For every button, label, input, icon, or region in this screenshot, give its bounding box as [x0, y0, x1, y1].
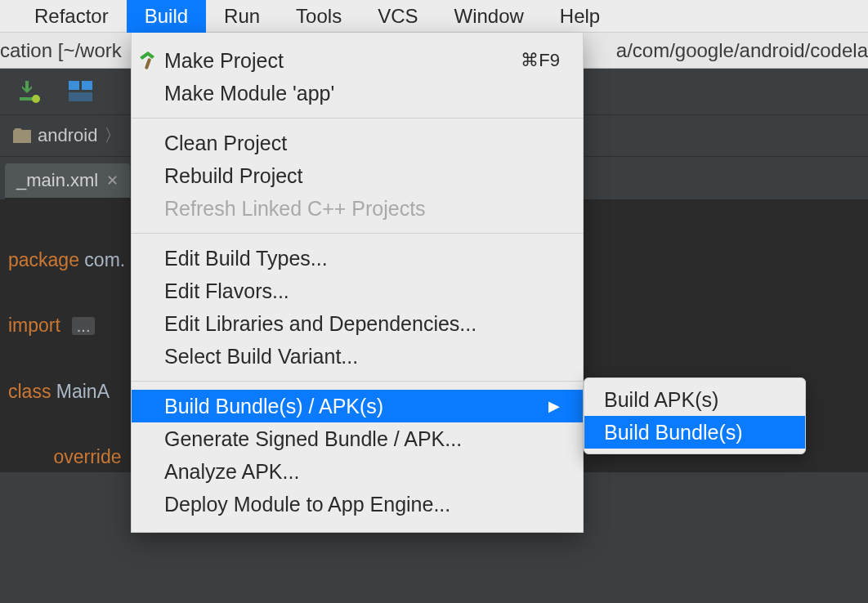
- submenu-build-apks[interactable]: Build APK(s): [584, 383, 805, 416]
- menu-deploy-app-engine[interactable]: Deploy Module to App Engine...: [132, 488, 583, 520]
- submenu-build-bundles[interactable]: Build Bundle(s): [584, 416, 805, 449]
- build-menu-dropdown: Make Project ⌘F9 Make Module 'app' Clean…: [131, 33, 584, 533]
- build-bundle-submenu: Build APK(s) Build Bundle(s): [584, 377, 806, 454]
- menu-rebuild-project[interactable]: Rebuild Project: [132, 159, 583, 192]
- download-android-icon[interactable]: [16, 79, 41, 104]
- code-text: com.: [79, 249, 125, 270]
- menu-window[interactable]: Window: [436, 0, 542, 33]
- menu-item-label: Select Build Variant...: [164, 345, 358, 368]
- menu-item-label: Build Bundle(s) / APK(s): [164, 395, 383, 418]
- svg-rect-5: [145, 58, 152, 70]
- menu-item-label: Edit Libraries and Dependencies...: [164, 312, 477, 336]
- menu-shortcut: ⌘F9: [521, 50, 560, 71]
- kw-class: class: [8, 381, 51, 402]
- menu-item-label: Analyze APK...: [164, 460, 299, 484]
- close-icon[interactable]: ✕: [106, 172, 119, 190]
- menu-item-label: Make Module 'app': [164, 82, 334, 105]
- kw-package: package: [8, 249, 79, 270]
- menu-item-label: Generate Signed Bundle / APK...: [164, 427, 462, 451]
- path-left-fragment: cation [~/work: [0, 39, 122, 62]
- menu-analyze-apk[interactable]: Analyze APK...: [132, 455, 583, 488]
- menu-edit-libraries[interactable]: Edit Libraries and Dependencies...: [132, 307, 583, 340]
- layout-panel-icon[interactable]: [69, 81, 93, 102]
- menu-generate-signed[interactable]: Generate Signed Bundle / APK...: [132, 422, 583, 455]
- menu-edit-build-types[interactable]: Edit Build Types...: [132, 242, 583, 275]
- breadcrumb-android[interactable]: android 〉: [5, 120, 130, 151]
- menu-help[interactable]: Help: [542, 0, 618, 33]
- menu-make-project[interactable]: Make Project ⌘F9: [132, 44, 583, 77]
- hammer-icon: [136, 49, 159, 77]
- menu-tools[interactable]: Tools: [278, 0, 360, 33]
- menu-select-build-variant[interactable]: Select Build Variant...: [132, 340, 583, 373]
- fold-indicator[interactable]: ...: [72, 317, 96, 335]
- svg-rect-4: [69, 92, 92, 101]
- tab-label: _main.xml: [16, 170, 98, 191]
- breadcrumb-label: android: [38, 125, 97, 146]
- menu-item-label: Edit Build Types...: [164, 247, 328, 270]
- menu-item-label: Deploy Module to App Engine...: [164, 493, 450, 516]
- svg-rect-3: [82, 81, 92, 90]
- kw-import: import: [8, 315, 60, 336]
- menu-separator: [132, 233, 583, 234]
- menu-build-bundles-apks[interactable]: Build Bundle(s) / APK(s) ▶: [132, 390, 583, 422]
- menu-item-label: Edit Flavors...: [164, 279, 289, 303]
- tab-main-xml[interactable]: _main.xml ✕: [5, 163, 130, 199]
- menu-item-label: Clean Project: [164, 132, 287, 155]
- menu-edit-flavors[interactable]: Edit Flavors...: [132, 275, 583, 307]
- menu-run[interactable]: Run: [206, 0, 278, 33]
- menu-clean-project[interactable]: Clean Project: [132, 127, 583, 159]
- path-right-fragment: a/com/google/android/codela: [616, 39, 868, 62]
- submenu-arrow-icon: ▶: [548, 397, 560, 415]
- menu-build[interactable]: Build: [127, 0, 206, 33]
- kw-override: override: [53, 446, 121, 467]
- menubar: Refactor Build Run Tools VCS Window Help: [0, 0, 868, 33]
- menu-item-label: Build Bundle(s): [604, 421, 743, 444]
- menu-refresh-cpp: Refresh Linked C++ Projects: [132, 192, 583, 225]
- menu-refactor[interactable]: Refactor: [16, 0, 127, 33]
- menu-item-label: Refresh Linked C++ Projects: [164, 197, 426, 221]
- menu-separator: [132, 381, 583, 382]
- menu-item-label: Build APK(s): [604, 388, 718, 412]
- menu-vcs[interactable]: VCS: [360, 0, 436, 33]
- menu-separator: [132, 118, 583, 118]
- svg-point-1: [32, 95, 40, 103]
- menu-item-label: Make Project: [164, 49, 284, 73]
- code-text: MainA: [51, 381, 110, 402]
- menu-make-module[interactable]: Make Module 'app': [132, 77, 583, 109]
- menu-item-label: Rebuild Project: [164, 164, 303, 188]
- folder-icon: [13, 128, 31, 143]
- svg-rect-2: [69, 81, 79, 90]
